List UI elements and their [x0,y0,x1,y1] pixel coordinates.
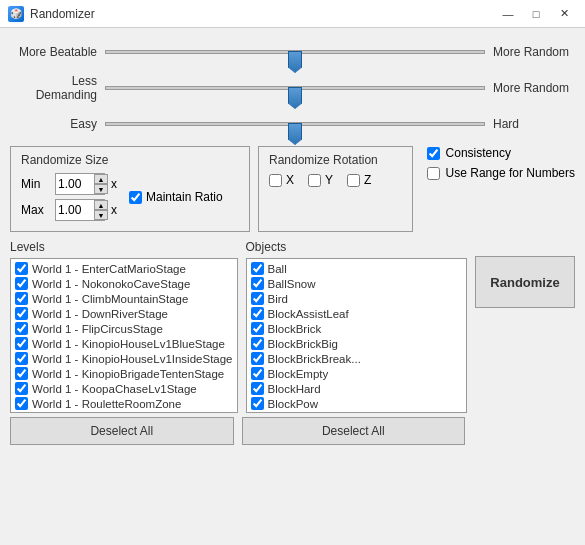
slider-right-label-1: More Random [485,45,575,59]
object-checkbox-1[interactable] [251,277,264,290]
bottom-buttons: Deselect All Deselect All [10,417,575,445]
object-checkbox-9[interactable] [251,397,264,410]
max-spin-up[interactable]: ▲ [94,200,108,210]
min-x-label: x [111,177,117,191]
sliders-section: More Beatable More Random Less Demanding… [10,38,575,138]
level-checkbox-4[interactable] [15,322,28,335]
list-item[interactable]: BlockPow [249,396,464,411]
object-checkbox-3[interactable] [251,307,264,320]
min-spin-up[interactable]: ▲ [94,174,108,184]
title-bar-buttons: — □ ✕ [495,4,577,24]
slider-container-2[interactable] [105,78,485,98]
list-item[interactable]: World 1 - KinopioBrigadeTentenStage [13,366,235,381]
level-checkbox-7[interactable] [15,367,28,380]
level-checkbox-1[interactable] [15,277,28,290]
object-label-4: BlockBrick [268,323,322,335]
list-item[interactable]: World 1 - ClimbMountainStage [13,291,235,306]
level-checkbox-0[interactable] [15,262,28,275]
objects-list[interactable]: BallBallSnowBirdBlockAssistLeafBlockBric… [247,259,466,412]
level-label-1: World 1 - NokonokoCaveStage [32,278,190,290]
object-label-6: BlockBrickBreak... [268,353,361,365]
main-content: More Beatable More Random Less Demanding… [0,28,585,455]
list-item[interactable]: BallSnow [249,276,464,291]
list-item[interactable]: World 1 - RouletteRoomZone [13,396,235,411]
level-checkbox-9[interactable] [15,397,28,410]
max-spinbox[interactable]: ▲ ▼ [55,199,105,221]
level-checkbox-5[interactable] [15,337,28,350]
levels-list[interactable]: World 1 - EnterCatMarioStageWorld 1 - No… [11,259,237,412]
list-item[interactable]: World 1 - KinopioHouseLv1BlueStage [13,336,235,351]
min-spinbox[interactable]: ▲ ▼ [55,173,105,195]
slider-thumb-2[interactable] [288,87,302,109]
use-range-checkbox[interactable] [427,167,440,180]
level-label-5: World 1 - KinopioHouseLv1BlueStage [32,338,225,350]
slider-track-3 [105,122,485,126]
list-item[interactable]: BlockQuestion [249,411,464,412]
randomize-button[interactable]: Randomize [475,256,575,308]
list-item[interactable]: BlockAssistLeaf [249,306,464,321]
maximize-button[interactable]: □ [523,4,549,24]
maintain-ratio-checkbox[interactable] [129,191,142,204]
list-item[interactable]: BlockEmpty [249,366,464,381]
object-checkbox-0[interactable] [251,262,264,275]
level-label-8: World 1 - KoopaChaseLv1Stage [32,383,197,395]
max-input[interactable] [58,203,94,217]
use-range-row: Use Range for Numbers [427,166,575,180]
rotation-z-label: Z [364,173,371,187]
app-icon: 🎲 [8,6,24,22]
rotation-x-checkbox[interactable] [269,174,282,187]
level-checkbox-2[interactable] [15,292,28,305]
object-checkbox-8[interactable] [251,382,264,395]
list-item[interactable]: World 1 - GateKeeperBullLv1Stage [13,411,235,412]
levels-deselect-button[interactable]: Deselect All [10,417,234,445]
max-spin-down[interactable]: ▼ [94,210,108,220]
list-item[interactable]: BlockBrickBreak... [249,351,464,366]
object-checkbox-2[interactable] [251,292,264,305]
title-bar-left: 🎲 Randomizer [8,6,95,22]
slider-left-label-3: Easy [10,117,105,131]
level-label-6: World 1 - KinopioHouseLv1InsideStage [32,353,233,365]
object-checkbox-6[interactable] [251,352,264,365]
consistency-checkbox[interactable] [427,147,440,160]
list-item[interactable]: BlockBrickBig [249,336,464,351]
slider-left-label-1: More Beatable [10,45,105,59]
list-item[interactable]: World 1 - KoopaChaseLv1Stage [13,381,235,396]
level-checkbox-3[interactable] [15,307,28,320]
level-label-3: World 1 - DownRiverStage [32,308,168,320]
rotation-y-checkbox[interactable] [308,174,321,187]
object-label-5: BlockBrickBig [268,338,338,350]
randomize-size-box: Randomize Size Min ▲ ▼ x [10,146,250,232]
list-item[interactable]: World 1 - NokonokoCaveStage [13,276,235,291]
slider-thumb-3[interactable] [288,123,302,145]
min-input[interactable] [58,177,94,191]
levels-list-wrapper: World 1 - EnterCatMarioStageWorld 1 - No… [10,258,238,413]
slider-container-3[interactable] [105,114,485,134]
objects-deselect-button[interactable]: Deselect All [242,417,466,445]
slider-container-1[interactable] [105,42,485,62]
list-item[interactable]: World 1 - FlipCircusStage [13,321,235,336]
slider-thumb-1[interactable] [288,51,302,73]
max-spinbox-arrows: ▲ ▼ [94,200,108,220]
objects-list-wrapper: BallBallSnowBirdBlockAssistLeafBlockBric… [246,258,467,413]
level-label-2: World 1 - ClimbMountainStage [32,293,188,305]
list-item[interactable]: BlockBrick [249,321,464,336]
slider-right-label-3: Hard [485,117,575,131]
object-checkbox-7[interactable] [251,367,264,380]
right-options: Consistency Use Range for Numbers [421,146,575,232]
list-item[interactable]: World 1 - KinopioHouseLv1InsideStage [13,351,235,366]
list-item[interactable]: World 1 - EnterCatMarioStage [13,261,235,276]
level-checkbox-6[interactable] [15,352,28,365]
objects-panel: Objects BallBallSnowBirdBlockAssistLeafB… [246,240,467,413]
slider-row-difficulty: Easy Hard [10,110,575,138]
list-item[interactable]: Bird [249,291,464,306]
list-item[interactable]: World 1 - DownRiverStage [13,306,235,321]
level-checkbox-8[interactable] [15,382,28,395]
minimize-button[interactable]: — [495,4,521,24]
rotation-z-checkbox[interactable] [347,174,360,187]
list-item[interactable]: Ball [249,261,464,276]
object-checkbox-4[interactable] [251,322,264,335]
close-button[interactable]: ✕ [551,4,577,24]
min-spin-down[interactable]: ▼ [94,184,108,194]
object-checkbox-5[interactable] [251,337,264,350]
list-item[interactable]: BlockHard [249,381,464,396]
